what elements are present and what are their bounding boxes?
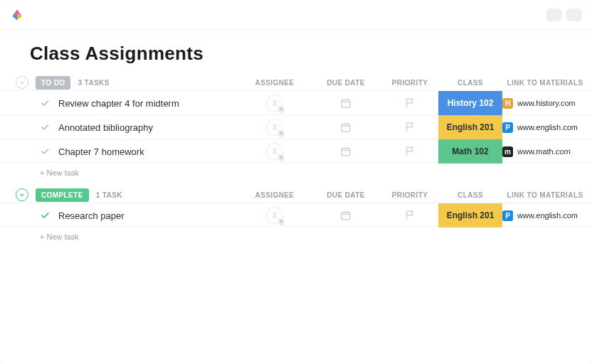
link-text: www.math.com bbox=[517, 147, 571, 156]
link-cell[interactable]: Pwww.english.com bbox=[502, 210, 588, 221]
assignee-cell[interactable] bbox=[239, 207, 310, 224]
task-name: Chapter 7 homework bbox=[58, 146, 144, 157]
col-class: CLASS bbox=[438, 79, 502, 87]
link-text: www.english.com bbox=[517, 123, 578, 132]
favicon-icon: P bbox=[502, 122, 513, 133]
col-due-date: DUE DATE bbox=[310, 79, 381, 87]
svg-rect-1 bbox=[342, 100, 350, 108]
section-toggle-icon[interactable] bbox=[16, 188, 28, 201]
svg-point-6 bbox=[274, 213, 276, 215]
priority-cell[interactable] bbox=[381, 145, 438, 158]
status-pill[interactable]: COMPLETE bbox=[36, 188, 89, 202]
col-due-date: DUE DATE bbox=[310, 191, 381, 199]
new-task-button[interactable]: + New task bbox=[0, 227, 592, 241]
task-row[interactable]: Annotated bibliographyEnglish 201Pwww.en… bbox=[0, 114, 592, 139]
app-logo-icon bbox=[10, 8, 24, 22]
col-priority: PRIORITY bbox=[381, 79, 438, 87]
priority-cell[interactable] bbox=[381, 97, 438, 109]
assignee-cell[interactable] bbox=[239, 95, 310, 112]
assignee-add-icon[interactable] bbox=[266, 95, 283, 112]
col-class: CLASS bbox=[438, 191, 502, 199]
due-date-cell[interactable] bbox=[310, 145, 381, 158]
topbar-actions bbox=[546, 9, 582, 21]
column-headers: ASSIGNEEDUE DATEPRIORITYCLASSLINK TO MAT… bbox=[239, 75, 588, 90]
class-badge[interactable]: Math 102 bbox=[438, 139, 502, 164]
task-row[interactable]: Research paperEnglish 201Pwww.english.co… bbox=[0, 203, 592, 227]
link-text: www.history.com bbox=[517, 99, 576, 107]
favicon-icon: H bbox=[502, 98, 513, 109]
link-cell[interactable]: Hwww.history.com bbox=[502, 98, 588, 109]
due-date-cell[interactable] bbox=[310, 209, 381, 222]
task-count: 3 TASKS bbox=[78, 79, 109, 87]
class-badge[interactable]: History 102 bbox=[438, 91, 502, 115]
svg-rect-7 bbox=[342, 213, 350, 220]
topbar-button-1[interactable] bbox=[546, 9, 562, 21]
priority-cell[interactable] bbox=[381, 121, 438, 134]
due-date-cell[interactable] bbox=[310, 97, 381, 109]
due-date-cell[interactable] bbox=[310, 121, 381, 134]
class-badge[interactable]: English 201 bbox=[438, 203, 502, 228]
check-icon[interactable] bbox=[40, 122, 50, 132]
task-name: Annotated bibliography bbox=[58, 122, 153, 133]
section-toggle-icon[interactable] bbox=[16, 76, 28, 89]
assignee-add-icon[interactable] bbox=[266, 119, 283, 136]
svg-point-0 bbox=[274, 101, 276, 103]
link-text: www.english.com bbox=[517, 211, 578, 220]
favicon-icon: m bbox=[502, 146, 513, 157]
assignee-add-icon[interactable] bbox=[266, 143, 283, 160]
col-assignee: ASSIGNEE bbox=[239, 191, 310, 199]
assignee-cell[interactable] bbox=[239, 143, 310, 160]
task-name: Research paper bbox=[58, 210, 125, 221]
svg-rect-5 bbox=[342, 149, 350, 156]
app-window: Class Assignments TO DO3 TASKSASSIGNEEDU… bbox=[0, 0, 592, 364]
col-link: LINK TO MATERIALS bbox=[502, 191, 588, 199]
section-todo: TO DO3 TASKSASSIGNEEDUE DATEPRIORITYCLAS… bbox=[0, 75, 592, 177]
task-row[interactable]: Chapter 7 homeworkMath 102mwww.math.com bbox=[0, 139, 592, 163]
task-count: 1 TASK bbox=[96, 191, 122, 199]
check-icon[interactable] bbox=[40, 98, 50, 108]
column-headers: ASSIGNEEDUE DATEPRIORITYCLASSLINK TO MAT… bbox=[239, 187, 588, 203]
assignee-cell[interactable] bbox=[239, 119, 310, 136]
svg-point-4 bbox=[274, 149, 276, 151]
priority-cell[interactable] bbox=[381, 209, 438, 222]
link-cell[interactable]: Pwww.english.com bbox=[502, 122, 588, 133]
task-row[interactable]: Review chapter 4 for midtermHistory 102H… bbox=[0, 90, 592, 114]
svg-point-2 bbox=[274, 125, 276, 127]
assignee-add-icon[interactable] bbox=[266, 207, 283, 224]
topbar-button-2[interactable] bbox=[566, 9, 582, 21]
page-title: Class Assignments bbox=[0, 30, 592, 75]
status-pill[interactable]: TO DO bbox=[36, 76, 70, 90]
col-assignee: ASSIGNEE bbox=[239, 79, 310, 87]
link-cell[interactable]: mwww.math.com bbox=[502, 146, 588, 157]
class-badge[interactable]: English 201 bbox=[438, 115, 502, 139]
svg-rect-3 bbox=[342, 124, 350, 132]
col-link: LINK TO MATERIALS bbox=[502, 79, 588, 87]
topbar bbox=[0, 0, 592, 30]
favicon-icon: P bbox=[502, 210, 513, 221]
check-icon[interactable] bbox=[40, 210, 50, 220]
check-icon[interactable] bbox=[40, 146, 50, 156]
col-priority: PRIORITY bbox=[381, 191, 438, 199]
task-name: Review chapter 4 for midterm bbox=[58, 98, 179, 109]
new-task-button[interactable]: + New task bbox=[0, 163, 592, 177]
section-complete: COMPLETE1 TASKASSIGNEEDUE DATEPRIORITYCL… bbox=[0, 187, 592, 241]
